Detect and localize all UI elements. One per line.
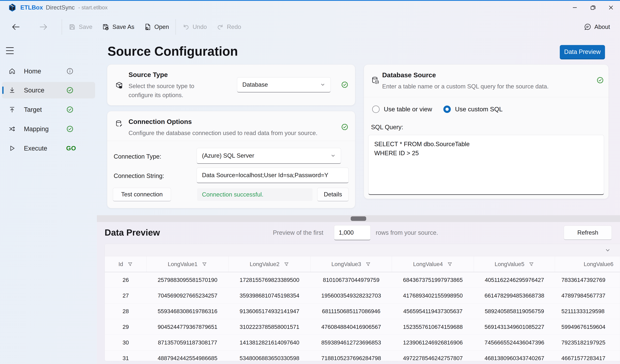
undo-button[interactable]: Undo — [182, 23, 207, 31]
card-title: Connection Options — [128, 118, 192, 125]
grid-cell: 78336147392769 — [555, 272, 620, 288]
column-header[interactable]: LongValue4 — [392, 256, 474, 272]
source-type-value: Database — [242, 81, 268, 88]
grid-expander-band[interactable] — [105, 244, 620, 256]
grid-cell: 4760848840416906567 — [310, 319, 392, 335]
data-preview-button[interactable]: Data Preview — [560, 45, 605, 59]
preview-text-before: Preview of the first — [273, 229, 323, 236]
column-header[interactable]: LongValue1 — [147, 256, 229, 272]
download-icon — [8, 87, 16, 94]
complete-seal-icon — [66, 106, 74, 113]
menu-toggle-button[interactable] — [6, 46, 16, 55]
connection-options-icon — [115, 120, 123, 128]
chevron-down-icon — [320, 82, 325, 87]
grid-cell: 4887942442554986685 — [147, 350, 229, 361]
grid-cell: 4565954119437305637 — [392, 303, 474, 319]
refresh-button[interactable]: Refresh — [564, 226, 612, 240]
undo-label: Undo — [193, 24, 207, 30]
column-header[interactable]: Id — [105, 256, 147, 272]
column-header[interactable]: LongValue5 — [474, 256, 555, 272]
open-label: Open — [154, 24, 169, 30]
column-header-label: LongValue6 — [584, 261, 613, 267]
valid-seal-icon — [341, 123, 348, 131]
back-arrow-icon — [11, 23, 20, 31]
grid-cell: 3102223785858001571 — [229, 319, 310, 335]
radio-use-custom-sql[interactable] — [443, 106, 451, 113]
filter-icon[interactable] — [365, 261, 371, 267]
grid-cell: 26 — [105, 272, 147, 288]
redo-label: Redo — [227, 24, 241, 30]
splitter-handle-icon[interactable] — [351, 216, 366, 221]
filter-icon[interactable] — [127, 261, 133, 267]
card-description: Select the source type to configure its … — [128, 82, 204, 100]
table-row[interactable]: 2770456909276652342573593986810745198354… — [105, 288, 620, 303]
pane-splitter[interactable] — [97, 215, 620, 222]
redo-button[interactable]: Redo — [217, 23, 241, 31]
column-header-label: LongValue4 — [413, 261, 443, 267]
sidebar-item-home[interactable]: Home — [2, 63, 95, 79]
sidebar-item-source[interactable]: Source — [2, 82, 95, 98]
sidebar-item-label: Mapping — [24, 125, 49, 133]
about-label: About — [594, 24, 610, 30]
source-type-dropdown[interactable]: Database — [237, 77, 331, 92]
connection-string-input[interactable] — [197, 168, 349, 183]
column-header[interactable]: LongValue3 — [310, 256, 392, 272]
open-button[interactable]: Open — [144, 23, 169, 31]
filter-icon[interactable] — [284, 261, 289, 267]
sql-query-textarea[interactable]: SELECT * FROM dbo.SourceTable WHERE ID >… — [368, 135, 604, 195]
grid-body: 2625798830955815701901728155769823389500… — [105, 272, 620, 361]
grid-cell: 28 — [105, 303, 147, 319]
test-connection-button[interactable]: Test connection — [113, 188, 171, 201]
filter-icon[interactable] — [202, 261, 207, 267]
column-header[interactable]: LongValue6 — [555, 256, 620, 272]
column-header[interactable]: LongValue2 — [229, 256, 310, 272]
sidebar-item-label: Home — [24, 68, 41, 75]
table-row[interactable]: 3087135705911873081771413812821614097640… — [105, 335, 620, 350]
grid-cell: 6614782994853668738 — [474, 288, 555, 303]
save-label: Save — [79, 24, 92, 30]
restore-icon — [590, 5, 596, 10]
preview-text-after: rows from your source. — [376, 229, 438, 236]
row-count-input[interactable] — [334, 225, 371, 240]
product-name: DirectSync — [46, 4, 75, 11]
grid-cell: 2579883095581570190 — [147, 272, 229, 288]
valid-seal-icon — [341, 81, 348, 89]
minimize-button[interactable] — [566, 1, 584, 14]
connection-type-label: Connection Type: — [114, 153, 161, 160]
sidebar-item-mapping[interactable]: Mapping — [2, 121, 95, 137]
grid-cell: 7456665524436047396 — [474, 335, 555, 350]
table-row[interactable]: 2855934683086197863169136065174932141947… — [105, 303, 620, 319]
grid-cell: 79235182197925 — [555, 335, 620, 350]
radio-use-table-or-view[interactable] — [372, 106, 380, 113]
upload-icon — [8, 106, 16, 113]
column-header-label: LongValue5 — [495, 261, 524, 267]
toolbar-divider — [62, 19, 62, 35]
grid-cell: 27 — [105, 288, 147, 303]
filter-icon[interactable] — [529, 261, 534, 267]
grid-cell: 30 — [105, 335, 147, 350]
sidebar-item-target[interactable]: Target — [2, 101, 95, 118]
connection-type-dropdown[interactable]: (Azure) SQL Server — [197, 148, 341, 164]
chevron-down-icon[interactable] — [605, 247, 611, 253]
close-button[interactable] — [602, 1, 620, 14]
table-row[interactable]: 2990452447793678796513102223785858001571… — [105, 319, 620, 335]
filter-icon[interactable] — [447, 261, 452, 267]
restore-button[interactable] — [584, 1, 602, 14]
redo-icon — [217, 23, 224, 31]
save-as-button[interactable]: Save As — [102, 23, 134, 31]
forward-button[interactable] — [39, 23, 48, 31]
table-row[interactable]: 3148879424425549866855348006883650330598… — [105, 350, 620, 361]
details-button[interactable]: Details — [317, 188, 349, 201]
save-button[interactable]: Save — [68, 23, 92, 31]
source-mode-radio-group: Use table or view Use custom SQL — [372, 106, 514, 113]
back-button[interactable] — [11, 23, 20, 31]
complete-seal-icon — [66, 125, 74, 133]
radio-label: Use table or view — [384, 106, 432, 113]
title-bar[interactable]: ETLBox DirectSync - start.etlbox — [0, 1, 620, 14]
about-button[interactable]: About — [584, 23, 610, 31]
save-as-label: Save As — [112, 24, 134, 30]
sidebar-item-execute[interactable]: Execute GO — [2, 140, 95, 156]
sql-query-label: SQL Query: — [371, 124, 403, 131]
grid-cell: 1239061246926816906 — [392, 335, 474, 350]
table-row[interactable]: 2625798830955815701901728155769823389500… — [105, 272, 620, 288]
